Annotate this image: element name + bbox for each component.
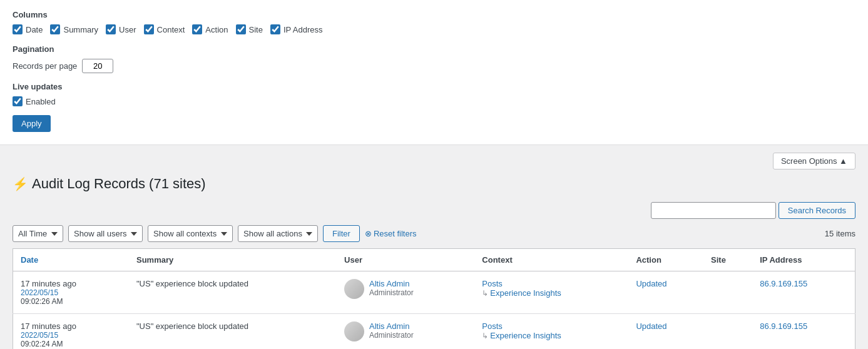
reset-filters-label: Reset filters [374,229,417,238]
items-count: 15 items [825,229,855,238]
td-user-1: Altis Admin Administrator [337,271,474,314]
screen-options-panel: Columns Date Summary User Context Action… [0,0,868,145]
context-primary-2[interactable]: Posts [482,321,621,331]
users-filter[interactable]: Show all users [68,225,143,242]
table-header: Date Summary User Context Action Site IP… [13,249,855,271]
col-ip-item[interactable]: IP Address [270,24,323,34]
th-summary: Summary [129,249,337,271]
col-context-item[interactable]: Context [144,24,185,34]
context-primary-1[interactable]: Posts [482,279,621,288]
td-context-1: Posts Experience Insights [474,271,628,314]
context-secondary-2[interactable]: Experience Insights [482,331,621,340]
time-filter[interactable]: All Time [13,225,63,242]
columns-row: Date Summary User Context Action Site IP… [13,24,855,34]
summary-text-2: "US" experience block updated [136,321,248,331]
user-role-2: Administrator [369,331,414,340]
avatar-inner-1 [344,279,364,299]
date-ago-2: 17 minutes ago [21,321,121,331]
user-info-1: Altis Admin Administrator [369,279,414,297]
td-ip-2: 86.9.169.155 [752,314,855,350]
td-site-1 [703,271,752,314]
header-row: Date Summary User Context Action Site IP… [13,249,855,271]
ip-1[interactable]: 86.9.169.155 [760,279,807,288]
filter-button[interactable]: Filter [323,225,360,242]
col-site-item[interactable]: Site [236,24,263,34]
user-name-2[interactable]: Altis Admin [369,321,414,331]
col-user-label: User [119,25,136,34]
pagination-row: Records per page [13,59,855,73]
avatar-1 [344,279,364,299]
td-ip-1: 86.9.169.155 [752,271,855,314]
reset-filters-link[interactable]: ⊗ Reset filters [365,229,417,238]
td-summary-1: "US" experience block updated [129,271,337,314]
reset-icon: ⊗ [365,229,372,238]
td-site-2 [703,314,752,350]
live-updates-label: Live updates [13,82,855,91]
main-area: Screen Options ▲ ⚡ Audit Log Records (71… [0,145,868,349]
date-exact-2: 2022/05/15 [21,331,121,340]
search-button[interactable]: Search Records [779,202,855,219]
col-site-checkbox[interactable] [236,24,246,34]
col-action-checkbox[interactable] [192,24,202,34]
user-cell-1: Altis Admin Administrator [344,279,467,299]
col-date-label: Date [26,25,43,34]
col-context-checkbox[interactable] [144,24,154,34]
th-site: Site [703,249,752,271]
screen-options-toggle[interactable]: Screen Options ▲ [773,153,855,169]
table-body: 17 minutes ago 2022/05/15 09:02:26 AM "U… [13,271,855,350]
action-2[interactable]: Updated [636,321,666,331]
table-row: 17 minutes ago 2022/05/15 09:02:24 AM "U… [13,314,855,350]
enabled-item[interactable]: Enabled [13,96,855,106]
time-2: 09:02:24 AM [21,340,121,348]
col-user-item[interactable]: User [106,24,136,34]
context-secondary-1[interactable]: Experience Insights [482,288,621,298]
col-summary-checkbox[interactable] [50,24,60,34]
user-cell-2: Altis Admin Administrator [344,321,467,341]
avatar-inner-2 [344,321,364,341]
enabled-checkbox[interactable] [13,96,23,106]
th-action: Action [628,249,703,271]
action-1[interactable]: Updated [636,279,666,288]
td-summary-2: "US" experience block updated [129,314,337,350]
td-date-1: 17 minutes ago 2022/05/15 09:02:26 AM [13,271,129,314]
col-ip-checkbox[interactable] [270,24,280,34]
date-ago-1: 17 minutes ago [21,279,121,288]
col-ip-label: IP Address [283,25,323,34]
col-action-label: Action [205,25,228,34]
td-context-2: Posts Experience Insights [474,314,628,350]
date-exact-1: 2022/05/15 [21,288,121,297]
th-date[interactable]: Date [13,249,129,271]
th-ip: IP Address [752,249,855,271]
td-action-2: Updated [628,314,703,350]
user-role-1: Administrator [369,288,414,297]
records-per-page-input[interactable] [82,59,113,73]
page-title-text: Audit Log Records (71 sites) [32,176,206,192]
actions-filter[interactable]: Show all actions [238,225,318,242]
records-per-page-label: Records per page [13,61,77,71]
col-date-checkbox[interactable] [13,24,23,34]
search-input[interactable] [651,202,776,219]
td-action-1: Updated [628,271,703,314]
pagination-label: Pagination [13,44,855,54]
screen-options-bar: Screen Options ▲ [13,153,855,169]
audit-log-icon: ⚡ [13,176,28,191]
col-action-item[interactable]: Action [192,24,228,34]
td-user-2: Altis Admin Administrator [337,314,474,350]
contexts-filter[interactable]: Show all contexts [148,225,233,242]
filters-toolbar: All Time Show all users Show all context… [13,225,855,242]
th-context: Context [474,249,628,271]
col-summary-item[interactable]: Summary [50,24,98,34]
user-name-1[interactable]: Altis Admin [369,279,414,288]
col-site-label: Site [249,25,263,34]
avatar-2 [344,321,364,341]
col-date-item[interactable]: Date [13,24,43,34]
col-summary-label: Summary [63,25,98,34]
col-user-checkbox[interactable] [106,24,116,34]
columns-label: Columns [13,10,855,19]
enabled-label: Enabled [26,97,56,106]
audit-log-table: Date Summary User Context Action Site IP… [13,248,855,349]
apply-button[interactable]: Apply [13,115,51,132]
page-title: ⚡ Audit Log Records (71 sites) [13,176,855,192]
ip-2[interactable]: 86.9.169.155 [760,321,807,331]
col-context-label: Context [157,25,185,34]
